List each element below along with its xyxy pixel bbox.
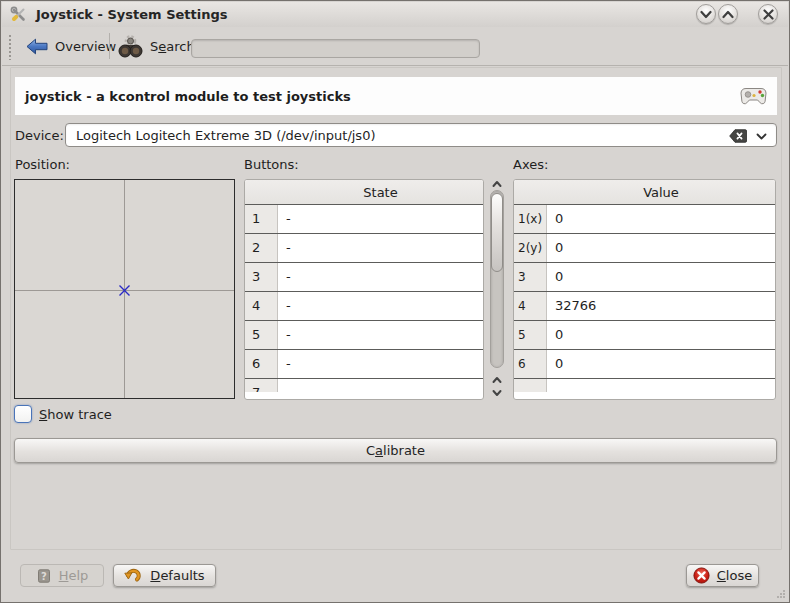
search-input[interactable] [191,39,480,58]
row-header: 2 [245,234,278,262]
gamepad-icon [740,85,767,107]
defaults-label: Defaults [150,568,204,583]
table-row [514,379,775,392]
table-row: 1(x) 0 [514,205,775,234]
scroll-up-icon[interactable] [492,376,502,384]
table-row: 7 [245,379,483,392]
table-row: 5 - [245,321,483,350]
close-label: Close [717,568,752,583]
table-row: 2 - [245,234,483,263]
row-header: 4 [514,292,547,320]
row-header: 7 [245,379,278,392]
table-row: 6 - [245,350,483,379]
buttons-scrollbar[interactable] [488,178,506,406]
close-button[interactable]: Close [686,564,759,587]
back-arrow-icon [26,38,48,55]
row-value: 0 [547,205,775,233]
toolbar-separator [109,33,110,59]
overview-button[interactable]: Overview [20,32,122,60]
chevron-down-icon [700,10,712,19]
table-row: 4 32766 [514,292,775,321]
buttons-label: Buttons: [244,157,299,172]
row-header: 1 [245,205,278,233]
calibrate-label: Calibrate [366,443,425,458]
row-header: 5 [514,321,547,349]
row-value: - [278,263,483,291]
table-row: 3 - [245,263,483,292]
row-value [278,379,483,392]
resize-grip[interactable] [774,587,786,599]
device-label: Device: [15,128,64,143]
row-value: - [278,205,483,233]
device-combobox[interactable]: Logitech Logitech Extreme 3D (/dev/input… [65,123,777,147]
row-header: 3 [245,263,278,291]
minimize-button[interactable] [696,4,716,24]
row-header: 6 [514,350,547,378]
row-value: 0 [547,321,775,349]
position-label: Position: [15,157,70,172]
row-header: 6 [245,350,278,378]
help-icon: ? [36,568,52,584]
table-row: 1 - [245,205,483,234]
combo-chevron-down-icon[interactable] [756,133,767,140]
table-row: 2(y) 0 [514,234,775,263]
buttons-table: State 1 - 2 - 3 - 4 - 5 - 6 - 7 [244,179,484,400]
scroll-down-icon[interactable] [492,389,502,397]
maximize-button[interactable] [718,4,738,24]
close-x-icon [763,9,774,20]
window-title: Joystick - System Settings [36,7,228,22]
defaults-button[interactable]: Defaults [113,564,216,587]
position-display [14,179,235,399]
svg-text:?: ? [41,570,47,581]
row-value: 0 [547,234,775,262]
row-header: 2(y) [514,234,547,262]
show-trace-label[interactable]: Show trace [39,407,112,422]
help-button: ? Help [20,564,104,587]
axes-column-header: Value [514,180,775,205]
module-title: joystick - a kcontrol module to test joy… [25,89,351,104]
row-value: - [278,234,483,262]
overview-label: Overview [55,39,116,54]
scroll-up-icon[interactable] [492,180,502,188]
window-close-button[interactable] [758,4,778,24]
row-value: - [278,350,483,378]
row-value: 32766 [547,292,775,320]
table-row: 4 - [245,292,483,321]
calibrate-button[interactable]: Calibrate [14,438,777,463]
row-value: 0 [547,263,775,291]
undo-icon [124,568,143,583]
chevron-up-icon [722,10,734,19]
system-settings-window: Joystick - System Settings Overview [0,0,790,603]
row-value [547,379,775,392]
joystick-position-marker [118,284,131,297]
row-header: 5 [245,321,278,349]
row-value: - [278,292,483,320]
close-icon [693,567,710,584]
row-value: 0 [547,350,775,378]
table-row: 6 0 [514,350,775,379]
table-row: 3 0 [514,263,775,292]
buttons-column-header: State [245,180,483,205]
row-value: - [278,321,483,349]
row-header: 4 [245,292,278,320]
table-row: 5 0 [514,321,775,350]
clear-icon[interactable] [729,129,747,143]
titlebar[interactable]: Joystick - System Settings [2,2,788,27]
binoculars-search-icon [117,33,144,60]
row-header [514,379,547,392]
tools-icon [10,6,27,23]
toolbar-drag-handle[interactable] [8,34,12,60]
row-header: 3 [514,263,547,291]
scrollbar-thumb[interactable] [491,193,503,272]
row-header: 1(x) [514,205,547,233]
help-label: Help [59,568,89,583]
device-value: Logitech Logitech Extreme 3D (/dev/input… [76,128,375,143]
axes-table: Value 1(x) 0 2(y) 0 3 0 4 32766 5 0 6 0 [513,179,776,400]
show-trace-checkbox[interactable] [14,405,32,423]
axes-label: Axes: [513,157,548,172]
module-header: joystick - a kcontrol module to test joy… [15,77,777,115]
